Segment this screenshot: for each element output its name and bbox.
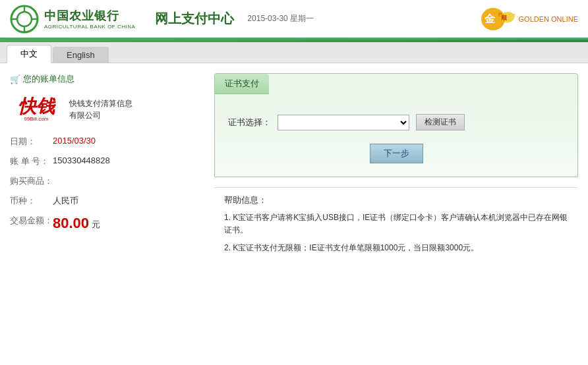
svg-text:顺: 顺 <box>500 14 508 21</box>
bank-name-area: 中国农业银行 AGRICULTURAL BANK OF CHINA <box>44 8 135 30</box>
cert-payment-box: 证书支付 证书选择： 检测证书 下一步 <box>214 73 578 177</box>
help-section: 帮助信息： 1. K宝证书客户请将K宝插入USB接口，IE证书（绑定口令卡）客户… <box>214 187 578 267</box>
currency-row: 币种： 人民币 <box>10 195 201 207</box>
header: 中国农业银行 AGRICULTURAL BANK OF CHINA 网上支付中心… <box>0 0 588 40</box>
cert-content: 证书选择： 检测证书 下一步 <box>215 94 577 177</box>
payment-center-title: 网上支付中心 <box>155 10 234 28</box>
order-label: 账 单 号： <box>10 155 53 167</box>
order-value: 150330448828 <box>53 155 110 165</box>
amount-label: 交易金额： <box>10 215 53 227</box>
bank-logo-area: 中国农业银行 AGRICULTURAL BANK OF CHINA <box>10 5 135 34</box>
language-tabs: 中文 English <box>0 42 588 63</box>
currency-value: 人民币 <box>53 195 78 207</box>
right-panel: 证书支付 证书选择： 检测证书 下一步 帮助信息： 1. K宝证书客户请将K宝插… <box>214 73 578 267</box>
currency-label: 币种： <box>10 195 53 207</box>
left-panel: 🛒 您的账单信息 快钱 99Bill.com 快钱支付清算信息 有限公司 日期：… <box>10 73 201 267</box>
help-item-1: 1. K宝证书客户请将K宝插入USB接口，IE证书（绑定口令卡）客户请确认本机浏… <box>224 211 568 237</box>
cert-tab-header: 证书支付 <box>215 74 269 94</box>
cart-icon: 🛒 <box>10 74 20 84</box>
merchant-logo: 快钱 99Bill.com <box>10 93 63 126</box>
merchant-area: 快钱 99Bill.com 快钱支付清算信息 有限公司 <box>10 93 201 126</box>
kuaiqian-sub-text: 99Bill.com <box>18 116 55 122</box>
kuaiqian-logo-text: 快钱 <box>18 98 55 116</box>
tab-english[interactable]: English <box>53 47 109 63</box>
amount-row: 交易金额： 80.00 元 <box>10 215 201 232</box>
date-value: 2015/03/30 <box>53 136 96 146</box>
order-row: 账 单 号： 150330448828 <box>10 155 201 167</box>
main-content: 🛒 您的账单信息 快钱 99Bill.com 快钱支付清算信息 有限公司 日期：… <box>0 63 588 277</box>
cert-select-row: 证书选择： 检测证书 <box>228 114 564 130</box>
date-label: 日期： <box>10 136 53 148</box>
golden-online-text: GOLDEN ONLINE <box>519 15 578 23</box>
golden-online-logo: 金 e 顺 GOLDEN ONLINE <box>480 7 578 32</box>
cert-tab-title: 证书支付 <box>225 78 259 88</box>
bank-name-en: AGRICULTURAL BANK OF CHINA <box>44 24 135 30</box>
abc-emblem-icon <box>10 5 39 34</box>
help-title: 帮助信息： <box>224 194 568 206</box>
product-row: 购买商品： <box>10 175 201 187</box>
next-step-button[interactable]: 下一步 <box>370 144 423 163</box>
detect-cert-button[interactable]: 检测证书 <box>416 114 465 130</box>
amount-value: 80.00 <box>53 215 89 232</box>
svg-point-1 <box>17 12 32 26</box>
account-info-title: 🛒 您的账单信息 <box>10 73 201 85</box>
header-right-logo: 金 e 顺 GOLDEN ONLINE <box>480 7 578 32</box>
date-row: 日期： 2015/03/30 <box>10 136 201 148</box>
product-label: 购买商品： <box>10 175 53 187</box>
tab-chinese[interactable]: 中文 <box>7 45 51 63</box>
merchant-name: 快钱支付清算信息 有限公司 <box>69 98 132 121</box>
yuan-label: 元 <box>92 219 100 232</box>
cert-select-dropdown[interactable] <box>278 115 409 130</box>
header-date: 2015-03-30 星期一 <box>247 13 314 24</box>
header-center: 网上支付中心 2015-03-30 星期一 <box>135 10 479 28</box>
svg-text:金: 金 <box>484 13 496 24</box>
help-item-2: 2. K宝证书支付无限额；IE证书支付单笔限额1000元，当日限额3000元。 <box>224 242 568 254</box>
bank-name-cn: 中国农业银行 <box>44 8 135 24</box>
cert-select-label: 证书选择： <box>228 117 271 128</box>
golden-logo-icon: 金 e 顺 <box>480 7 516 32</box>
